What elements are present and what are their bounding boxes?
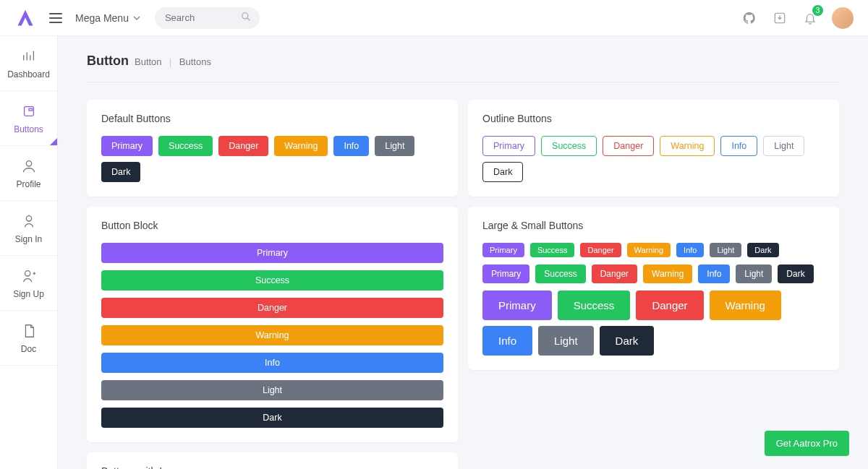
light-sm-button[interactable]: Light [736, 264, 772, 283]
mega-menu-label: Mega Menu [75, 12, 129, 24]
card-large-small-buttons: Large & Small Buttons Primary Success Da… [468, 207, 839, 370]
success-outline-button[interactable]: Success [541, 136, 597, 156]
profile-icon [20, 158, 38, 175]
warning-lg-button[interactable]: Warning [710, 291, 781, 320]
light-lg-button[interactable]: Light [538, 326, 594, 356]
svg-point-5 [26, 160, 31, 165]
card-grid: Default Buttons Primary Success Danger W… [87, 100, 839, 469]
success-lg-button[interactable]: Success [558, 291, 631, 320]
success-block-button[interactable]: Success [101, 270, 443, 291]
success-xs-button[interactable]: Success [530, 243, 575, 257]
sidebar-item-buttons[interactable]: Buttons [0, 91, 57, 146]
download-icon[interactable] [771, 9, 788, 27]
dashboard-icon [20, 48, 38, 65]
danger-button[interactable]: Danger [218, 136, 268, 156]
search-icon[interactable] [241, 12, 251, 25]
card-title: Button Block [101, 220, 443, 231]
danger-xs-button[interactable]: Danger [580, 243, 621, 257]
signin-icon [20, 212, 38, 230]
sidebar: Dashboard Buttons Profile Sign In Sign U… [0, 36, 58, 469]
sidebar-item-dashboard[interactable]: Dashboard [0, 36, 57, 91]
topbar: Mega Menu 3 [0, 0, 868, 36]
sidebar-item-signin[interactable]: Sign In [0, 201, 57, 256]
notification-badge: 3 [812, 5, 823, 16]
sidebar-item-label: Doc [21, 344, 36, 354]
card-buttons-with-icon: Buttons with Icon Hello World [87, 452, 458, 469]
info-outline-button[interactable]: Info [720, 136, 757, 156]
warning-outline-button[interactable]: Warning [660, 136, 715, 156]
sidebar-item-signup[interactable]: Sign Up [0, 256, 57, 311]
danger-lg-button[interactable]: Danger [636, 291, 703, 320]
card-title: Large & Small Buttons [482, 220, 825, 231]
chevron-down-icon [133, 14, 140, 22]
info-sm-button[interactable]: Info [698, 264, 730, 283]
success-sm-button[interactable]: Success [535, 264, 585, 283]
logo[interactable] [14, 7, 36, 29]
primary-outline-button[interactable]: Primary [482, 136, 535, 156]
doc-icon [20, 322, 38, 340]
card-button-block: Button Block Primary Success Danger Warn… [87, 207, 458, 442]
info-xs-button[interactable]: Info [676, 243, 704, 257]
buttons-icon [20, 103, 38, 120]
sidebar-item-doc[interactable]: Doc [0, 311, 57, 366]
dark-button[interactable]: Dark [101, 162, 140, 182]
success-button[interactable]: Success [158, 136, 213, 156]
primary-sm-button[interactable]: Primary [482, 264, 529, 283]
breadcrumb-separator [170, 59, 171, 67]
svg-point-0 [242, 12, 248, 18]
light-button[interactable]: Light [375, 136, 414, 156]
breadcrumb-item[interactable]: Buttons [179, 56, 211, 67]
page-title: Button [87, 53, 129, 69]
page-header: Button Button Buttons [87, 53, 839, 82]
dark-sm-button[interactable]: Dark [778, 264, 813, 283]
svg-point-6 [26, 215, 31, 220]
info-lg-button[interactable]: Info [482, 326, 532, 356]
topbar-right: 3 [741, 7, 854, 29]
sidebar-item-label: Sign Up [13, 289, 44, 299]
svg-point-7 [25, 270, 30, 275]
signup-icon [20, 267, 38, 285]
sidebar-item-label: Dashboard [7, 69, 50, 79]
danger-block-button[interactable]: Danger [101, 298, 443, 318]
primary-block-button[interactable]: Primary [101, 243, 443, 263]
sidebar-item-label: Buttons [14, 124, 43, 134]
warning-button[interactable]: Warning [274, 136, 328, 156]
card-default-buttons: Default Buttons Primary Success Danger W… [87, 100, 458, 197]
warning-xs-button[interactable]: Warning [627, 243, 671, 257]
dark-lg-button[interactable]: Dark [600, 326, 655, 356]
sidebar-item-profile[interactable]: Profile [0, 146, 57, 201]
card-title: Default Buttons [101, 113, 443, 124]
dark-xs-button[interactable]: Dark [747, 243, 778, 257]
menu-toggle[interactable] [49, 13, 62, 23]
light-xs-button[interactable]: Light [710, 243, 741, 257]
info-block-button[interactable]: Info [101, 353, 443, 373]
card-title: Outline Buttons [482, 113, 825, 124]
primary-button[interactable]: Primary [101, 136, 153, 156]
primary-lg-button[interactable]: Primary [482, 291, 552, 320]
warning-sm-button[interactable]: Warning [643, 264, 692, 283]
info-button[interactable]: Info [333, 136, 369, 156]
hamburger-icon [49, 13, 62, 23]
notification-bell[interactable]: 3 [801, 9, 819, 27]
svg-rect-3 [24, 106, 33, 116]
primary-xs-button[interactable]: Primary [482, 243, 524, 257]
get-pro-button[interactable]: Get Aatrox Pro [765, 431, 849, 456]
card-title: Buttons with Icon [101, 465, 443, 469]
warning-block-button[interactable]: Warning [101, 325, 443, 345]
search-container [155, 7, 260, 29]
sidebar-item-label: Profile [16, 179, 41, 189]
mega-menu-dropdown[interactable]: Mega Menu [75, 12, 140, 24]
danger-sm-button[interactable]: Danger [592, 264, 637, 283]
light-block-button[interactable]: Light [101, 380, 443, 400]
breadcrumb-item[interactable]: Button [135, 56, 162, 67]
breadcrumb: Button Buttons [135, 56, 211, 67]
dark-outline-button[interactable]: Dark [482, 162, 523, 182]
content: Button Button Buttons Default Buttons Pr… [58, 36, 868, 469]
avatar[interactable] [832, 7, 854, 29]
danger-outline-button[interactable]: Danger [603, 136, 654, 156]
sidebar-item-label: Sign In [15, 234, 42, 244]
github-icon[interactable] [741, 9, 758, 27]
light-outline-button[interactable]: Light [763, 136, 804, 156]
dark-block-button[interactable]: Dark [101, 408, 443, 428]
card-outline-buttons: Outline Buttons Primary Success Danger W… [468, 100, 839, 197]
